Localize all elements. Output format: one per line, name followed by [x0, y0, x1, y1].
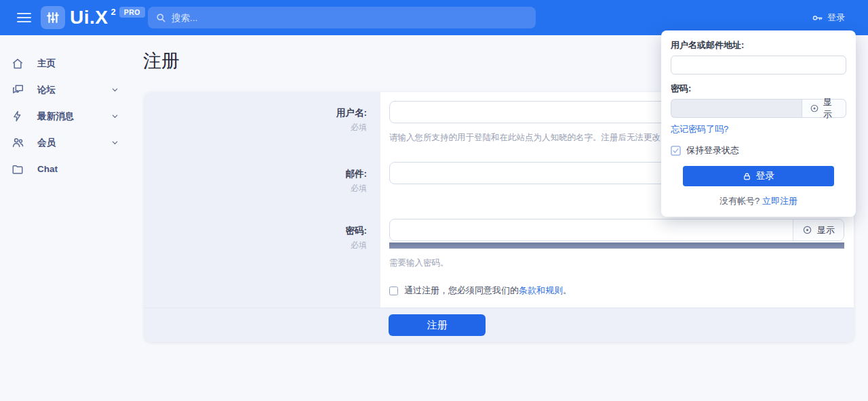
login-username-label: 用户名或邮件地址: — [671, 39, 846, 51]
sidebar-item-label: Chat — [37, 164, 58, 174]
search-bar[interactable] — [148, 7, 536, 28]
register-now-link[interactable]: 立即注册 — [762, 196, 797, 206]
terms-checkbox[interactable] — [389, 287, 398, 295]
page-title: 注册 — [143, 49, 180, 73]
terms-text: 通过注册，您必须同意我们的条款和规则。 — [404, 284, 572, 297]
terms-row: 通过注册，您必须同意我们的条款和规则。 — [389, 284, 844, 297]
sidebar-item-chat[interactable]: Chat — [0, 156, 132, 182]
pro-badge: PRO — [119, 7, 145, 18]
login-submit-button[interactable]: 登录 — [683, 166, 834, 186]
login-dropdown-panel: 用户名或邮件地址: 密码: 显示 忘记密码了吗? 保持登录状态 — [661, 30, 856, 217]
sidebar-item-label: 主页 — [37, 58, 56, 70]
brand-version: 2 — [111, 7, 115, 17]
sidebar-item-label: 论坛 — [37, 84, 56, 96]
password-field: 显示 — [389, 219, 844, 241]
search-input[interactable] — [172, 13, 528, 23]
password-strength-bar — [389, 242, 844, 249]
hamburger-menu-icon[interactable] — [17, 10, 31, 25]
login-password-show-toggle[interactable]: 显示 — [802, 99, 846, 118]
sidebar-nav: 主页 论坛 最新消息 — [0, 35, 132, 182]
key-icon — [812, 12, 823, 24]
register-form-footer: 注册 — [144, 308, 854, 342]
register-submit-button[interactable]: 注册 — [389, 314, 486, 336]
email-label: 邮件: — [144, 168, 367, 180]
sidebar-item-label: 会员 — [37, 137, 56, 149]
login-password-field: 显示 — [671, 99, 846, 118]
sidebar-item-label: 最新消息 — [37, 110, 74, 123]
checked-checkbox-icon[interactable] — [671, 146, 681, 156]
eye-icon — [810, 104, 819, 113]
search-icon — [156, 13, 166, 23]
brand-name: Ui.X — [70, 5, 108, 30]
password-input[interactable] — [390, 219, 793, 240]
sidebar-item-members[interactable]: 会员 — [0, 129, 132, 156]
login-username-input[interactable] — [671, 56, 846, 75]
forgot-password-link[interactable]: 忘记密码了吗? — [671, 123, 728, 135]
site-logo[interactable]: Ui.X 2 PRO — [41, 5, 145, 30]
chevron-down-icon[interactable] — [111, 139, 119, 146]
lock-icon — [743, 172, 751, 181]
sliders-logo-icon — [41, 6, 65, 29]
terms-rules-link[interactable]: 条款和规则 — [519, 285, 563, 295]
password-row: 密码: 必填 显示 需要输入密码。 — [144, 219, 854, 297]
no-account-text: 没有帐号? — [719, 196, 760, 206]
sidebar-item-home[interactable]: 主页 — [0, 50, 132, 77]
password-label: 密码: — [144, 225, 367, 237]
password-help-text: 需要输入密码。 — [389, 257, 844, 268]
folder-icon — [12, 163, 24, 175]
login-password-input[interactable] — [671, 99, 802, 118]
no-account-row: 没有帐号? 立即注册 — [671, 195, 846, 207]
forums-icon — [12, 83, 24, 96]
login-show-label: 显示 — [823, 96, 838, 121]
password-show-toggle[interactable]: 显示 — [793, 219, 844, 240]
stay-logged-in-label: 保持登录状态 — [686, 144, 739, 156]
login-button-label: 登录 — [756, 170, 775, 182]
email-required-hint: 必填 — [144, 183, 367, 194]
sidebar-item-whats-new[interactable]: 最新消息 — [0, 103, 132, 129]
password-required-hint: 必填 — [144, 240, 367, 251]
terms-text-before: 通过注册，您必须同意我们的 — [404, 285, 519, 295]
username-required-hint: 必填 — [144, 122, 367, 133]
chevron-down-icon[interactable] — [111, 86, 119, 93]
lightning-icon — [12, 110, 24, 122]
sidebar-item-forums[interactable]: 论坛 — [0, 77, 132, 103]
members-icon — [12, 136, 24, 149]
terms-text-after: 。 — [563, 285, 572, 295]
eye-icon — [802, 225, 812, 235]
login-password-label: 密码: — [671, 83, 846, 95]
password-show-label: 显示 — [817, 224, 835, 236]
header-login-label: 登录 — [827, 12, 845, 24]
stay-logged-in-row: 保持登录状态 — [671, 144, 846, 156]
chevron-down-icon[interactable] — [111, 112, 119, 120]
username-label: 用户名: — [144, 107, 367, 119]
home-icon — [12, 58, 24, 70]
